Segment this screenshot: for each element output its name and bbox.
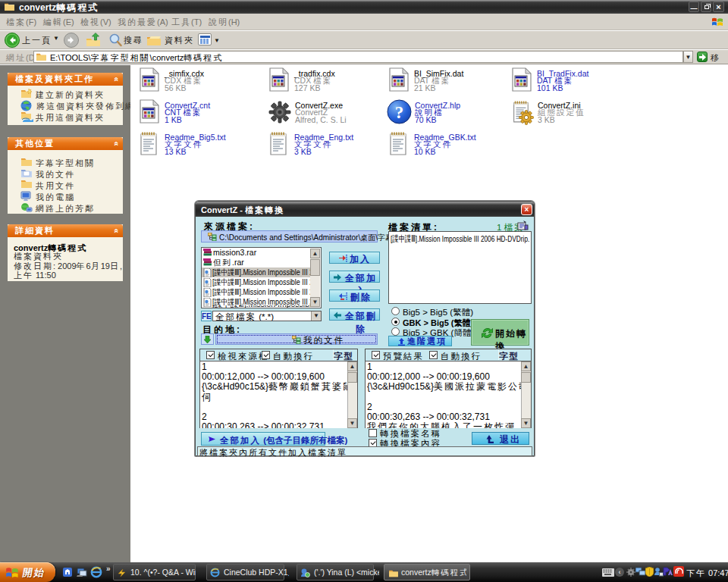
svg-text:?: ? xyxy=(395,103,404,122)
